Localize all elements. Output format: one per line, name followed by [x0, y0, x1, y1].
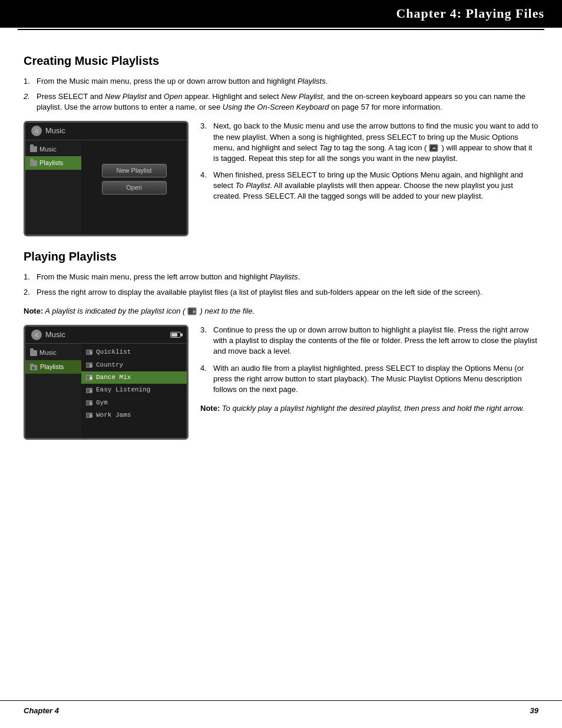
playlist-label: Country	[96, 361, 123, 370]
menu-item-music: Music	[25, 143, 81, 156]
step-text: Continue to press the up or down arrow b…	[213, 325, 538, 357]
playlist-icon-note	[187, 307, 198, 315]
device-body-2: Music Playlists	[25, 344, 187, 438]
list-item: 3. Continue to press the up or down arro…	[200, 325, 538, 357]
playlist-item-gym: Gym	[81, 397, 187, 409]
device-body: Music Playlists New Playlist Open	[25, 140, 187, 235]
menu-label: Music	[39, 145, 57, 154]
playlist-item-icon	[86, 374, 94, 381]
note-text-1: Note: A playlist is indicated by the pla…	[24, 306, 538, 317]
step-number: 2.	[24, 287, 37, 298]
playlist-label: Work Jams	[96, 411, 131, 420]
playlist-label: Easy Listening	[96, 386, 150, 394]
device-left-panel: Music Playlists	[25, 140, 81, 235]
step-text: When finished, press SELECT to bring up …	[213, 170, 538, 202]
device-screen-1: ♫ Music Music Play	[24, 121, 189, 236]
step-number: 4.	[200, 363, 213, 396]
playlist-label: Dance Mix	[96, 373, 131, 382]
device-title-2: Music	[45, 330, 65, 340]
open-button[interactable]: Open	[102, 181, 167, 195]
playlist-label: Quicklist	[96, 348, 131, 357]
playlist-item-work-jams: Work Jams	[81, 409, 187, 421]
section1-steps: 1. From the Music main menu, press the u…	[24, 76, 538, 113]
content-area: Creating Music Playlists 1. From the Mus…	[0, 30, 562, 464]
folder-icon	[30, 160, 37, 166]
step-text: Next, go back to the Music menu and use …	[213, 121, 538, 164]
svg-rect-13	[87, 363, 90, 367]
section2-steps: 1. From the Music main menu, press the l…	[24, 272, 538, 298]
steps-3-4-section2: 3. Continue to press the up or down arro…	[200, 325, 538, 395]
svg-rect-4	[189, 308, 192, 314]
playlist-item-icon	[86, 387, 94, 394]
playlist-item-icon	[86, 362, 94, 368]
step-number: 3.	[200, 325, 213, 357]
playlist-item-icon	[86, 412, 94, 419]
step-text: From the Music main menu, press the left…	[37, 272, 538, 282]
step-number: 2.	[24, 91, 37, 113]
footer: Chapter 4 39	[0, 700, 562, 716]
list-item: 4. When finished, press SELECT to bring …	[200, 170, 538, 202]
list-item: 4. With an audio file from a playlist hi…	[200, 363, 538, 396]
playlist-item-easy-listening: Easy Listening	[81, 384, 187, 396]
step-number: 3.	[200, 121, 213, 164]
step-text: Press the right arrow to display the ava…	[37, 287, 538, 298]
section1-heading: Creating Music Playlists	[24, 52, 538, 69]
svg-rect-22	[87, 401, 90, 405]
step-text: With an audio file from a playlist highl…	[213, 363, 538, 396]
list-item: 1. From the Music main menu, press the l…	[24, 272, 538, 282]
step-text: Press SELECT and New Playlist and Open a…	[37, 91, 538, 113]
device-title: Music	[45, 126, 65, 136]
svg-rect-7	[30, 364, 34, 366]
new-playlist-button[interactable]: New Playlist	[102, 164, 167, 177]
svg-rect-25	[87, 413, 90, 417]
playlist-folder-icon	[30, 364, 38, 370]
footer-right: 39	[530, 706, 538, 716]
list-item: 2. Press SELECT and New Playlist and Ope…	[24, 91, 538, 113]
screenshot1-col: ♫ Music Music Play	[24, 121, 189, 236]
device-title-bar-2: ♫ Music	[25, 327, 187, 344]
folder-icon-2	[30, 350, 37, 356]
step-number: 1.	[24, 272, 37, 282]
device-right-panel: New Playlist Open	[81, 140, 187, 235]
device-screen-2: ♫ Music Music	[24, 325, 189, 440]
step-text: From the Music main menu, press the up o…	[37, 76, 538, 87]
section2-right-steps: 3. Continue to press the up or down arro…	[200, 325, 538, 422]
playlist-item-quicklist: Quicklist	[81, 346, 187, 358]
step-number: 1.	[24, 76, 37, 87]
device-title-bar: ♫ Music	[25, 123, 187, 140]
chapter-title: Chapter 4: Playing Files	[396, 6, 544, 21]
section2-two-col: ♫ Music Music	[24, 325, 538, 440]
step-number: 4.	[200, 170, 213, 202]
menu-item-playlists: Playlists	[25, 156, 81, 170]
playlist-label: Gym	[96, 398, 108, 407]
menu-item-playlists-2: Playlists	[25, 360, 81, 374]
battery-icon	[170, 332, 181, 338]
tag-icon	[429, 144, 439, 152]
footer-left: Chapter 4	[24, 706, 59, 716]
playlist-item-dance-mix: Dance Mix	[81, 371, 187, 384]
svg-rect-10	[87, 350, 90, 354]
playlist-item-icon	[86, 400, 94, 406]
list-item: 2. Press the right arrow to display the …	[24, 287, 538, 298]
chapter-header: Chapter 4: Playing Files	[0, 0, 562, 28]
section1-two-col: ♫ Music Music Play	[24, 121, 538, 236]
music-icon-2: ♫	[31, 330, 42, 340]
playlist-item-icon	[86, 349, 94, 355]
steps-3-4: 3. Next, go back to the Music menu and u…	[200, 121, 538, 202]
menu-item-music-2: Music	[25, 346, 81, 360]
folder-icon	[30, 146, 37, 152]
section2-heading: Playing Playlists	[24, 248, 538, 265]
menu-label: Playlists	[39, 159, 63, 167]
svg-rect-16	[87, 375, 90, 380]
section1-right-steps: 3. Next, go back to the Music menu and u…	[200, 121, 538, 210]
music-icon: ♫	[31, 126, 42, 136]
device-left-panel-2: Music Playlists	[25, 344, 81, 438]
svg-rect-19	[87, 388, 90, 393]
list-item: 3. Next, go back to the Music menu and u…	[200, 121, 538, 164]
playlist-item-country: Country	[81, 359, 187, 371]
list-item: 1. From the Music main menu, press the u…	[24, 76, 538, 87]
menu-label-2: Music	[39, 348, 57, 357]
device-right-panel-2: Quicklist Country	[81, 344, 187, 438]
menu-label-3: Playlists	[40, 363, 64, 371]
note-text-2: Note: To quickly play a playlist highlig…	[200, 403, 538, 414]
